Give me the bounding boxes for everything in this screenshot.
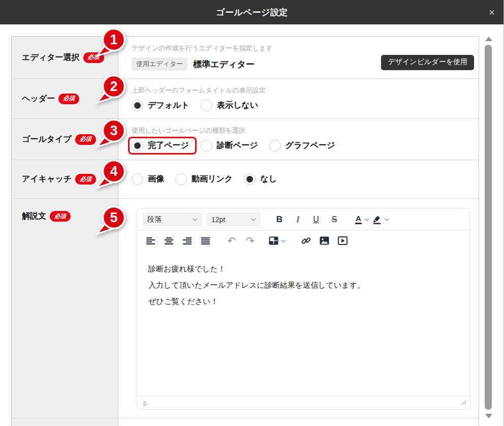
editor-line: 入力して頂いたメールアドレスに診断結果を送信しています。 <box>148 277 459 293</box>
chevron-down-icon <box>251 218 256 221</box>
row-header-content: 上部ヘッダーのフォームタイトルの表示設定 デフォルト 表示しない <box>118 79 479 118</box>
link-icon <box>301 236 311 246</box>
header-radio-group: デフォルト 表示しない <box>132 100 479 111</box>
required-badge: 必須 <box>75 174 96 185</box>
next-row-label-col <box>12 418 118 426</box>
required-badge: 必須 <box>83 52 104 63</box>
use-design-builder-button[interactable]: デザインビルダーを使用 <box>381 55 474 70</box>
rich-text-editor: 段落 12pt B I U S <box>137 208 470 410</box>
radio-complete-page[interactable]: 完了ページ <box>132 140 189 151</box>
radio-diagnosis-page[interactable]: 診断ページ <box>201 140 258 151</box>
editor-content-area[interactable]: 診断お疲れ様でした！ 入力して頂いたメールアドレスに診断結果を送信しています。 … <box>137 251 470 396</box>
radio-label: 完了ページ <box>148 140 189 151</box>
editor-tag: 使用エディター <box>132 57 187 71</box>
row-goal-type-content: 使用したいゴールページの種類を選択 完了ページ 診断ページ グラフページ <box>118 119 479 160</box>
row-next-partial <box>12 418 479 426</box>
close-icon[interactable]: × <box>489 7 495 17</box>
paragraph-format-select[interactable]: 段落 <box>143 212 202 227</box>
radio-video-link[interactable]: 動画リンク <box>175 173 233 185</box>
link-button[interactable] <box>298 234 313 248</box>
row-label: エディター選択 <box>22 52 80 63</box>
resize-handle-icon[interactable] <box>461 400 466 407</box>
vertical-scrollbar <box>483 34 495 423</box>
modal-header: ゴールページ設定 × <box>0 0 504 24</box>
align-right-button[interactable] <box>179 234 195 248</box>
row-header: ヘッダー 必須 上部ヘッダーのフォームタイトルの表示設定 デフォルト 表示しない <box>12 79 479 119</box>
justify-button[interactable] <box>198 234 213 248</box>
row-label: アイキャッチ <box>22 174 72 185</box>
video-icon <box>338 236 348 245</box>
scroll-down-arrow[interactable] <box>485 414 492 418</box>
editor-value: 標準エディター <box>193 58 255 70</box>
font-size-select[interactable]: 12pt <box>207 212 261 227</box>
radio-label: 診断ページ <box>217 140 258 151</box>
text-color-letter: A <box>355 215 362 225</box>
row-header-label-col: ヘッダー 必須 <box>12 79 118 118</box>
table-button[interactable] <box>269 234 287 248</box>
modal-title: ゴールページ設定 <box>216 7 288 18</box>
image-icon <box>320 236 329 245</box>
radio-label: 画像 <box>148 174 164 185</box>
row-description: 使用したいゴールページの種類を選択 <box>132 126 479 135</box>
row-goal-type: ゴールタイプ 必須 使用したいゴールページの種類を選択 完了ページ 診断ページ <box>12 119 479 160</box>
row-description: 上部ヘッダーのフォームタイトルの表示設定 <box>132 86 479 95</box>
image-button[interactable] <box>317 234 332 248</box>
radio-label: デフォルト <box>148 100 190 111</box>
row-editor-select-content: デザインの作成を行うエディターを指定します 使用エディター 標準エディター デザ… <box>118 37 479 78</box>
align-center-button[interactable] <box>161 234 176 248</box>
radio-default[interactable]: デフォルト <box>132 100 190 111</box>
row-description-label-col: 解説文 必須 <box>12 199 118 418</box>
bold-button[interactable]: B <box>272 212 287 227</box>
highlight-color-button[interactable] <box>372 215 390 224</box>
chevron-down-icon <box>193 218 198 221</box>
row-description-content: 段落 12pt B I U S <box>118 199 479 418</box>
radio-graph-page[interactable]: グラフページ <box>269 140 335 151</box>
next-row-content <box>118 418 479 426</box>
goal-type-radio-group: 完了ページ 診断ページ グラフページ <box>132 140 479 151</box>
editor-line: ぜひご覧ください！ <box>148 293 459 310</box>
settings-panel: エディター選択 必須 デザインの作成を行うエディターを指定します 使用エディター… <box>11 36 479 426</box>
row-description: デザインの作成を行うエディターを指定します <box>132 44 479 53</box>
row-description-text: 解説文 必須 段落 12pt B I <box>12 199 479 418</box>
chevron-down-icon <box>384 218 389 221</box>
row-label: 解説文 <box>22 211 46 222</box>
editor-line: 診断お疲れ様でした！ <box>148 261 459 277</box>
radio-label: なし <box>260 174 277 185</box>
required-badge: 必須 <box>50 211 71 222</box>
radio-none[interactable]: なし <box>244 173 277 185</box>
video-button[interactable] <box>335 234 350 248</box>
radio-unselected-icon <box>175 173 187 185</box>
highlighter-pen-icon <box>372 215 382 224</box>
row-label: ゴールタイプ <box>22 134 72 145</box>
align-left-button[interactable] <box>143 234 158 248</box>
radio-unselected-icon <box>269 140 281 151</box>
undo-icon[interactable]: ↶ <box>224 234 239 248</box>
radio-image[interactable]: 画像 <box>132 173 164 185</box>
radio-selected-icon <box>132 100 143 111</box>
radio-label: 動画リンク <box>192 174 233 185</box>
editor-status-bar: p <box>137 396 470 409</box>
radio-unselected-icon <box>201 140 212 151</box>
strikethrough-button[interactable]: S <box>327 212 342 227</box>
radio-unselected-icon <box>132 173 143 185</box>
format-select-value: 段落 <box>147 215 162 224</box>
required-badge: 必須 <box>58 94 79 104</box>
editor-toolbar-row1: 段落 12pt B I U S <box>137 208 470 230</box>
radio-label: 表示しない <box>217 100 258 111</box>
row-eyecatch-content: 画像 動画リンク なし <box>118 160 479 198</box>
element-path-label: p <box>143 400 147 407</box>
chevron-down-icon <box>281 239 286 242</box>
radio-hide[interactable]: 表示しない <box>201 100 258 111</box>
radio-label: グラフページ <box>286 140 335 151</box>
radio-unselected-icon <box>201 100 212 111</box>
text-color-button[interactable]: A <box>355 215 370 225</box>
eyecatch-radio-group: 画像 動画リンク なし <box>132 173 288 185</box>
italic-button[interactable]: I <box>290 212 305 227</box>
scroll-up-arrow[interactable] <box>485 37 492 41</box>
underline-button[interactable]: U <box>308 212 324 227</box>
radio-selected-icon <box>132 140 143 151</box>
scrollbar-thumb[interactable] <box>485 45 492 410</box>
row-editor-select-label-col: エディター選択 必須 <box>12 37 118 78</box>
redo-icon[interactable]: ↷ <box>242 234 258 248</box>
row-goal-type-label-col: ゴールタイプ 必須 <box>12 119 118 160</box>
